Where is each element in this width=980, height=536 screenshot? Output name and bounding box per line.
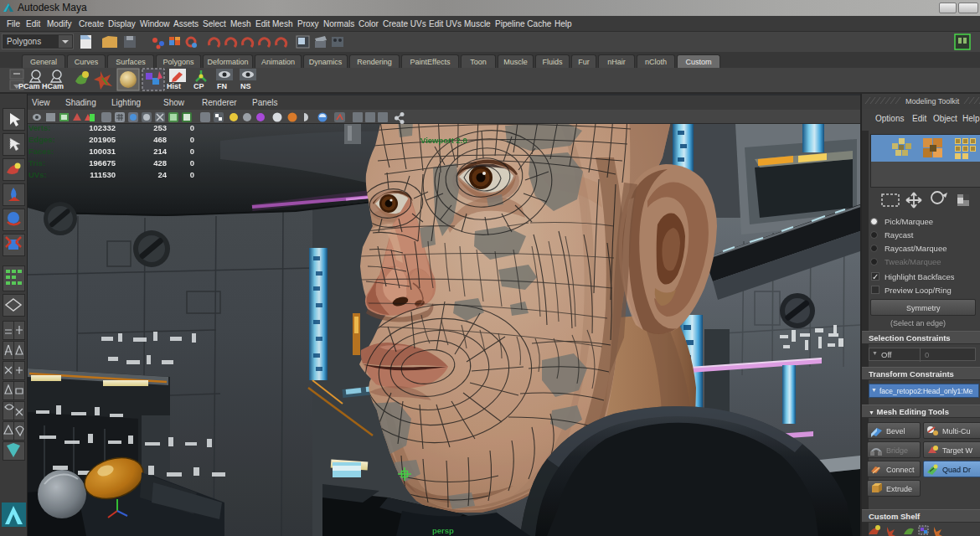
svg-text:0: 0	[190, 158, 194, 168]
svg-text:UVs:: UVs:	[28, 170, 47, 179]
svg-text:196675: 196675	[89, 158, 116, 168]
svg-text:24: 24	[157, 170, 167, 179]
svg-text:persp: persp	[432, 526, 454, 535]
svg-text:214: 214	[153, 147, 168, 156]
svg-text:0: 0	[190, 170, 194, 179]
svg-text:0: 0	[190, 147, 194, 156]
svg-text:111530: 111530	[90, 170, 116, 179]
svg-text:428: 428	[153, 158, 167, 168]
svg-text:468: 468	[153, 135, 167, 144]
svg-text:102332: 102332	[89, 124, 116, 132]
svg-text:0: 0	[190, 124, 194, 132]
svg-text:Tris:: Tris:	[28, 158, 45, 168]
svg-text:Faces:: Faces:	[28, 147, 54, 156]
svg-text:201905: 201905	[89, 135, 116, 144]
svg-text:Edges:: Edges:	[28, 135, 55, 144]
svg-text:0: 0	[190, 135, 194, 144]
svg-text:253: 253	[153, 124, 167, 132]
svg-text:Viewport 2.0: Viewport 2.0	[420, 136, 467, 145]
svg-text:Verts:: Verts:	[28, 124, 50, 132]
svg-text:100031: 100031	[89, 147, 116, 156]
